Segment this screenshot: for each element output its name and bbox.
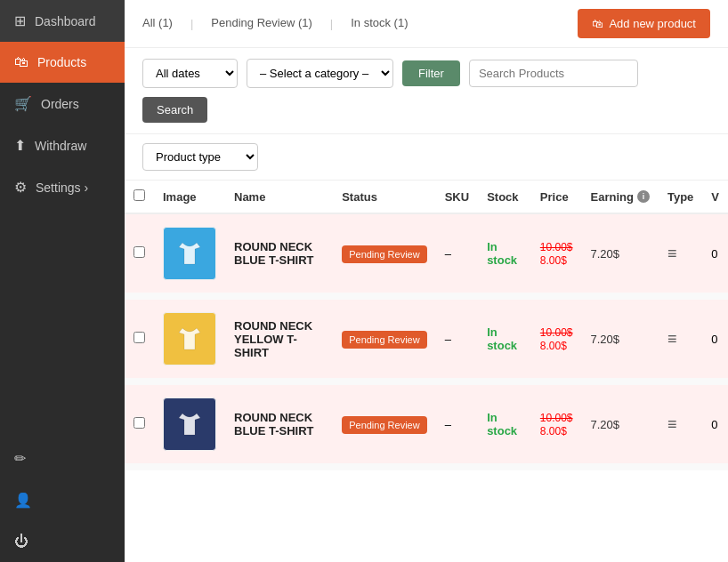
- th-price: Price: [531, 181, 582, 213]
- row-sku-cell: –: [436, 381, 478, 467]
- product-image: [163, 397, 216, 451]
- sidebar-item-withdraw[interactable]: ⬆ Withdraw: [0, 124, 125, 166]
- sidebar-item-settings[interactable]: ⚙ Settings ›: [0, 166, 125, 208]
- topbar: All (1) | Pending Review (1) | In stock …: [125, 0, 728, 48]
- select-all-checkbox[interactable]: [133, 189, 145, 201]
- product-earning: 7.20$: [591, 418, 620, 431]
- status-badge: Pending Review: [342, 331, 427, 349]
- table-row: ROUND NECK YELLOW T-SHIRT Pending Review…: [125, 296, 728, 381]
- power-icon: ⏻: [14, 534, 28, 550]
- row-earning-cell: 7.20$: [582, 213, 659, 296]
- row-v-cell: 0: [702, 296, 728, 381]
- product-name: ROUND NECK YELLOW T-SHIRT: [234, 319, 312, 359]
- row-v-cell: 0: [702, 381, 728, 467]
- th-stock: Stock: [478, 181, 531, 213]
- product-stock: In stock: [487, 325, 517, 352]
- product-type-select[interactable]: Product type Physical Digital: [142, 143, 258, 171]
- sidebar-label-withdraw: Withdraw: [35, 139, 86, 153]
- category-filter-select[interactable]: – Select a category –: [247, 59, 393, 88]
- tab-all[interactable]: All (1): [142, 12, 173, 35]
- tabs-row: All (1) | Pending Review (1) | In stock …: [142, 12, 408, 35]
- product-earning: 7.20$: [591, 333, 620, 346]
- price-original: 10.00$: [540, 412, 573, 424]
- earning-info-icon[interactable]: i: [637, 190, 650, 203]
- row-earning-cell: 7.20$: [582, 381, 659, 467]
- th-image: Image: [154, 181, 225, 213]
- type-menu-icon[interactable]: ≡: [667, 330, 677, 348]
- product-name: ROUND NECK BLUE T-SHIRT: [234, 411, 314, 438]
- price-sale: 8.00$: [540, 340, 567, 352]
- sidebar-item-dashboard[interactable]: ⊞ Dashboard: [0, 0, 125, 42]
- th-status: Status: [333, 181, 436, 213]
- product-image: [163, 227, 216, 280]
- tshirt-svg: [172, 236, 207, 271]
- th-sku: SKU: [436, 181, 478, 213]
- row-name-cell: ROUND NECK YELLOW T-SHIRT: [225, 296, 333, 381]
- date-filter-select[interactable]: All dates Today This week This month: [142, 59, 238, 88]
- search-input[interactable]: [469, 60, 638, 87]
- row-type-cell: ≡: [659, 296, 702, 381]
- row-price-cell: 10.00$ 8.00$: [531, 296, 582, 381]
- product-sku: –: [445, 247, 451, 261]
- product-sku: –: [445, 418, 451, 431]
- product-image: [163, 312, 216, 365]
- row-checkbox[interactable]: [133, 332, 145, 343]
- add-product-icon: 🛍: [592, 17, 603, 30]
- sidebar-item-power[interactable]: ⏻: [0, 521, 125, 562]
- row-checkbox-cell: [125, 296, 154, 381]
- th-v: V: [702, 181, 728, 213]
- user-icon: 👤: [14, 492, 32, 509]
- row-status-cell: Pending Review: [333, 381, 436, 467]
- main-content: All (1) | Pending Review (1) | In stock …: [125, 0, 728, 562]
- dashboard-icon: ⊞: [14, 12, 26, 29]
- products-icon: 🛍: [14, 54, 28, 70]
- row-stock-cell: In stock: [478, 381, 531, 467]
- products-table-container: Image Name Status SKU Stock Price Earnin…: [125, 181, 728, 562]
- sidebar-label-dashboard: Dashboard: [35, 14, 96, 28]
- row-image-cell: [154, 213, 225, 296]
- row-sku-cell: –: [436, 296, 478, 381]
- product-sku: –: [445, 333, 451, 346]
- edit-icon: ✏: [14, 450, 26, 467]
- type-menu-icon[interactable]: ≡: [667, 245, 677, 262]
- tshirt-svg: [172, 321, 207, 357]
- status-badge: Pending Review: [342, 416, 427, 434]
- row-type-cell: ≡: [659, 213, 702, 296]
- tab-in-stock[interactable]: In stock (1): [351, 12, 408, 35]
- row-checkbox-cell: [125, 381, 154, 467]
- sidebar-item-products[interactable]: 🛍 Products: [0, 42, 125, 83]
- price-sale: 8.00$: [540, 425, 567, 438]
- row-checkbox[interactable]: [133, 246, 145, 258]
- row-status-cell: Pending Review: [333, 213, 436, 296]
- products-table: Image Name Status SKU Stock Price Earnin…: [125, 181, 728, 470]
- add-new-product-button[interactable]: 🛍 Add new product: [578, 9, 710, 38]
- type-menu-icon[interactable]: ≡: [667, 415, 677, 433]
- row-sku-cell: –: [436, 213, 478, 296]
- sidebar-bottom: ✏ 👤 ⏻: [0, 438, 125, 562]
- product-v: 0: [711, 418, 717, 431]
- sidebar-item-edit[interactable]: ✏: [0, 438, 125, 479]
- filter-button[interactable]: Filter: [402, 60, 460, 86]
- sidebar: ⊞ Dashboard 🛍 Products 🛒 Orders ⬆ Withdr…: [0, 0, 125, 562]
- add-product-label: Add new product: [609, 17, 696, 30]
- table-row: ROUND NECK BLUE T-SHIRT Pending Review –…: [125, 213, 728, 296]
- row-type-cell: ≡: [659, 381, 702, 467]
- settings-icon: ⚙: [14, 179, 27, 196]
- sidebar-label-settings: Settings ›: [36, 181, 88, 195]
- th-name: Name: [225, 181, 333, 213]
- table-header-row: Image Name Status SKU Stock Price Earnin…: [125, 181, 728, 213]
- sidebar-item-user[interactable]: 👤: [0, 479, 125, 521]
- row-checkbox[interactable]: [133, 417, 145, 429]
- row-checkbox-cell: [125, 213, 154, 296]
- sidebar-label-products: Products: [37, 55, 86, 69]
- status-badge: Pending Review: [342, 245, 427, 263]
- th-type: Type: [659, 181, 702, 213]
- price-original: 10.00$: [540, 241, 573, 253]
- search-button[interactable]: Search: [142, 97, 207, 123]
- price-container: 10.00$ 8.00$: [540, 411, 573, 438]
- row-earning-cell: 7.20$: [582, 296, 659, 381]
- tab-pending-review[interactable]: Pending Review (1): [211, 12, 311, 35]
- orders-icon: 🛒: [14, 95, 32, 112]
- sidebar-item-orders[interactable]: 🛒 Orders: [0, 83, 125, 124]
- th-checkbox: [125, 181, 154, 213]
